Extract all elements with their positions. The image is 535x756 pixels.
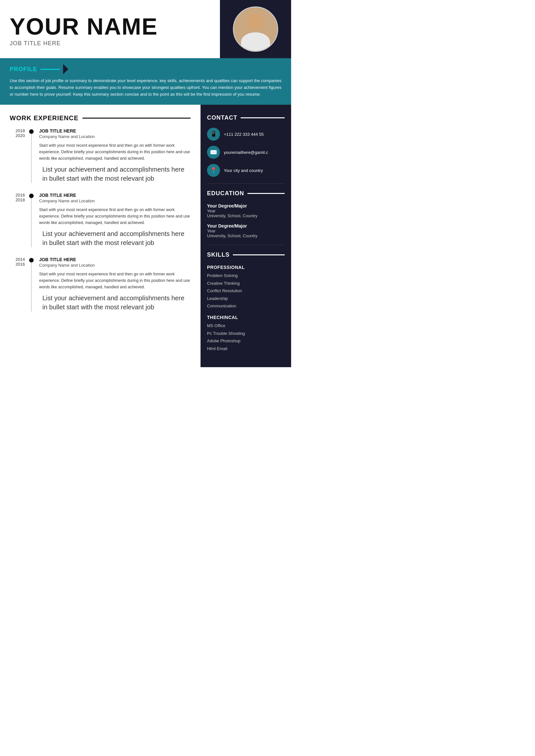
- work-timeline-2: [27, 193, 35, 247]
- skills-technical: THECHINCAL MS Office Pc Trouble Shooting…: [207, 315, 285, 352]
- work-entry-3: 2014 2016 JOB TITLE HERE Company Name an…: [10, 257, 190, 311]
- contact-email-item: ✉️ youremailhere@gamil.c: [207, 146, 285, 159]
- education-heading-line: [247, 193, 285, 194]
- work-company-3: Company Name and Location: [39, 263, 190, 268]
- work-job-title-3: JOB TITLE HERE: [39, 257, 190, 262]
- work-year-start-1: 2020: [15, 133, 25, 138]
- work-dot-1: [29, 129, 34, 134]
- contact-email: youremailhere@gamil.c: [224, 150, 268, 155]
- work-experience-title: WORK EXPERIENCE: [10, 114, 79, 122]
- skill-item: MS Office: [207, 322, 285, 329]
- work-content-2: JOB TITLE HERE Company Name and Location…: [35, 193, 190, 247]
- skills-heading-text: SKILLS: [207, 252, 230, 258]
- phone-icon: 📱: [207, 128, 220, 141]
- candidate-name: YOUR NAME: [10, 15, 210, 38]
- education-heading: EDUCATION: [207, 190, 285, 197]
- right-column: CONTACT 📱 +111 222 333 444 55 ✉️ yourema…: [201, 105, 291, 367]
- contact-phone-item: 📱 +111 222 333 444 55: [207, 128, 285, 141]
- work-job-title-2: JOB TITLE HERE: [39, 193, 190, 198]
- skill-item: Conflict Resolution: [207, 287, 285, 294]
- edu-year-1: Year: [207, 208, 285, 213]
- skill-item: Leadership: [207, 295, 285, 302]
- work-content-3: JOB TITLE HERE Company Name and Location…: [35, 257, 190, 311]
- work-year-end-3: 2014: [15, 257, 25, 262]
- work-timeline-3: [27, 257, 35, 311]
- profile-text: Use this section of job profile or summa…: [10, 78, 281, 97]
- job-title: JOB TITLE HERE: [10, 40, 210, 47]
- skill-item: Creative Thinking: [207, 280, 285, 287]
- skills-professional: PROFESSIONAL Problem Solving Creative Th…: [207, 265, 285, 310]
- main-body: WORK EXPERIENCE 2018 2020 JOB TITLE HERE…: [0, 105, 291, 367]
- edu-degree-1: Your Degree/Major: [207, 203, 285, 208]
- work-content-1: JOB TITLE HERE Company Name and Location…: [35, 128, 190, 183]
- work-description-2: Start with your most recent experience f…: [39, 206, 190, 226]
- contact-heading-text: CONTACT: [207, 114, 238, 121]
- work-achievement-3: List your achievement and accomplishment…: [39, 293, 190, 311]
- skills-technical-list: MS Office Pc Trouble Shooting Adobe Phot…: [207, 322, 285, 352]
- divider-2: [207, 245, 285, 245]
- skills-professional-list: Problem Solving Creative Thinking Confli…: [207, 272, 285, 310]
- work-achievement-1: List your achievement and accomplishment…: [39, 165, 190, 183]
- profile-section: PROFILE Use this section of job profile …: [0, 58, 291, 105]
- skills-technical-category: THECHINCAL: [207, 315, 285, 320]
- skill-item: Html Email: [207, 345, 285, 352]
- contact-heading-line: [241, 117, 285, 118]
- left-column: WORK EXPERIENCE 2018 2020 JOB TITLE HERE…: [0, 105, 201, 367]
- skill-item: Communication: [207, 302, 285, 310]
- edu-school-1: University, School, Country: [207, 213, 285, 218]
- edu-entry-2: Your Degree/Major Year University, Schoo…: [207, 223, 285, 238]
- work-line-2: [31, 198, 32, 247]
- work-dot-3: [29, 258, 34, 262]
- work-achievement-2: List your achievement and accomplishment…: [39, 229, 190, 247]
- contact-location-item: 📍 Your city and country: [207, 164, 285, 177]
- location-icon: 📍: [207, 164, 220, 177]
- skills-heading-line: [233, 255, 285, 255]
- profile-heading-text: PROFILE: [10, 66, 37, 73]
- skill-item: Adobe Photoshop: [207, 337, 285, 344]
- work-timeline-1: [27, 128, 35, 183]
- work-dot-2: [29, 194, 34, 198]
- skills-professional-category: PROFESSIONAL: [207, 265, 285, 270]
- contact-phone: +111 222 333 444 55: [224, 132, 264, 137]
- work-job-title-1: JOB TITLE HERE: [39, 128, 190, 133]
- work-year-start-3: 2016: [15, 262, 25, 267]
- work-entry-1: 2018 2020 JOB TITLE HERE Company Name an…: [10, 128, 190, 183]
- work-year-end-1: 2018: [15, 128, 25, 133]
- header-right: [220, 0, 291, 58]
- edu-year-2: Year: [207, 229, 285, 233]
- work-entry-2: 2016 2018 JOB TITLE HERE Company Name an…: [10, 193, 190, 247]
- skills-heading: SKILLS: [207, 252, 285, 258]
- divider-1: [207, 183, 285, 184]
- work-years-2: 2016 2018: [10, 193, 27, 247]
- work-line-3: [31, 262, 32, 311]
- avatar: [233, 7, 278, 52]
- work-year-start-2: 2018: [15, 198, 25, 202]
- work-line-1: [31, 134, 32, 183]
- edu-school-2: University, School, Country: [207, 233, 285, 238]
- work-company-2: Company Name and Location: [39, 199, 190, 203]
- work-years-3: 2014 2016: [10, 257, 27, 311]
- contact-heading: CONTACT: [207, 114, 285, 121]
- work-description-3: Start with your most recent experience f…: [39, 271, 190, 290]
- work-experience-line: [82, 118, 190, 119]
- skill-item: Pc Trouble Shooting: [207, 330, 285, 337]
- profile-heading-line: [41, 69, 60, 70]
- work-description-1: Start with your most recent experience f…: [39, 142, 190, 162]
- work-year-end-2: 2016: [15, 193, 25, 198]
- skill-item: Problem Solving: [207, 272, 285, 279]
- work-company-1: Company Name and Location: [39, 134, 190, 139]
- header-left: YOUR NAME JOB TITLE HERE: [0, 0, 220, 58]
- contact-location: Your city and country: [224, 168, 263, 173]
- edu-degree-2: Your Degree/Major: [207, 223, 285, 229]
- profile-heading: PROFILE: [10, 64, 281, 74]
- edu-entry-1: Your Degree/Major Year University, Schoo…: [207, 203, 285, 218]
- email-icon: ✉️: [207, 146, 220, 159]
- header: YOUR NAME JOB TITLE HERE: [0, 0, 291, 58]
- work-years-1: 2018 2020: [10, 128, 27, 183]
- work-experience-heading: WORK EXPERIENCE: [10, 114, 190, 122]
- profile-triangle-icon: [63, 64, 68, 74]
- avatar-image: [234, 7, 277, 52]
- education-heading-text: EDUCATION: [207, 190, 244, 197]
